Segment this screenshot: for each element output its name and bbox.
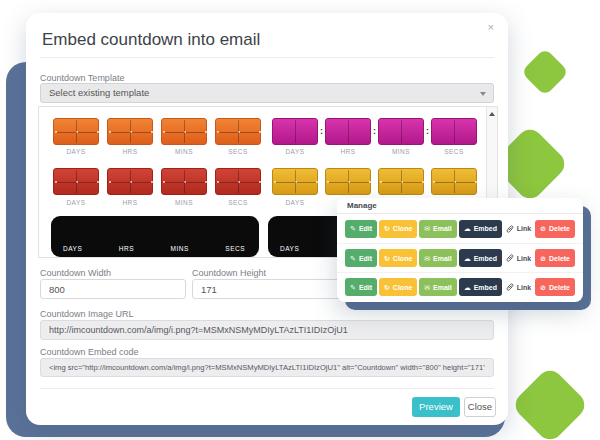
preview-button[interactable]: Preview (412, 397, 460, 417)
header-divider (40, 57, 494, 58)
unit-label: HRS (107, 148, 153, 155)
modal-title: Embed countdown into email (42, 30, 260, 50)
unit-label: SECS (431, 148, 477, 155)
embed-button[interactable]: ☁Embed (459, 249, 502, 267)
envelope-icon: ✉ (424, 284, 430, 291)
decor-diamond (521, 48, 569, 96)
delete-button[interactable]: ⊘Delete (535, 249, 575, 267)
template-card-amber[interactable] (378, 168, 424, 195)
template-select-label: Countdown Template (40, 73, 124, 83)
template-card-magenta[interactable] (325, 118, 371, 145)
link-icon (506, 225, 514, 233)
template-card-amber[interactable] (272, 168, 318, 195)
unit-label: MINS (171, 245, 189, 252)
unit-label: SECS (215, 148, 261, 155)
unit-label: SECS (215, 199, 261, 206)
link-icon (506, 283, 514, 291)
unit-label: MINS (161, 148, 207, 155)
close-icon[interactable]: × (488, 21, 494, 33)
embed-button[interactable]: ☁Embed (459, 278, 502, 296)
unit-label: MINS (378, 148, 424, 155)
template-card-orange[interactable] (53, 118, 99, 145)
edit-button[interactable]: ✎Edit (345, 220, 377, 238)
unit-label: DAYS (63, 245, 82, 252)
clone-button[interactable]: ↻Clone (379, 278, 417, 296)
email-button[interactable]: ✉Email (419, 249, 457, 267)
ban-icon: ⊘ (540, 225, 546, 232)
template-card-orange[interactable] (215, 118, 261, 145)
height-label: Countdown Height (192, 268, 266, 278)
manage-panel-title: Manage (337, 198, 583, 214)
embed-code-label: Countdown Embed code (40, 347, 139, 357)
link-button[interactable]: Link (504, 249, 533, 267)
link-button[interactable]: Link (504, 220, 533, 238)
refresh-icon: ↻ (384, 225, 390, 232)
email-button[interactable]: ✉Email (419, 220, 457, 238)
width-input[interactable] (40, 279, 186, 299)
footer-divider (40, 388, 494, 389)
template-card-red[interactable] (107, 168, 153, 195)
template-card-magenta[interactable] (272, 118, 318, 145)
link-button[interactable]: Link (504, 278, 533, 296)
unit-label: HRS (119, 245, 134, 252)
manage-row: ✎Edit ↻Clone ✉Email ☁Embed Link ⊘Delete (337, 272, 583, 301)
embed-code-input[interactable] (40, 358, 494, 377)
unit-label: MINS (161, 199, 207, 206)
width-label: Countdown Width (40, 268, 111, 278)
template-card-black[interactable]: DAYS HRS MINS SECS (51, 216, 259, 257)
template-card-orange[interactable] (107, 118, 153, 145)
chevron-down-icon (480, 92, 486, 96)
clone-button[interactable]: ↻Clone (379, 220, 417, 238)
template-card-red[interactable] (161, 168, 207, 195)
ban-icon: ⊘ (540, 284, 546, 291)
template-card-orange[interactable] (161, 118, 207, 145)
template-card-red[interactable] (215, 168, 261, 195)
unit-label: DAYS (53, 199, 99, 206)
image-url-input[interactable] (40, 320, 494, 340)
manage-row: ✎Edit ↻Clone ✉Email ☁Embed Link ⊘Delete (337, 243, 583, 272)
manage-row: ✎Edit ↻Clone ✉Email ☁Embed Link ⊘Delete (337, 214, 583, 243)
link-icon (506, 254, 514, 262)
unit-label: DAYS (272, 199, 318, 206)
scroll-up-arrow-icon[interactable] (487, 107, 497, 120)
colon-separator: : (318, 126, 325, 136)
email-button[interactable]: ✉Email (419, 278, 457, 296)
delete-button[interactable]: ⊘Delete (535, 220, 575, 238)
template-select-value: Select existing template (49, 87, 149, 98)
unit-label: HRS (325, 148, 371, 155)
pencil-icon: ✎ (350, 255, 356, 262)
cloud-icon: ☁ (464, 284, 471, 291)
image-url-label: Countdown Image URL (40, 309, 134, 319)
template-card-magenta[interactable] (431, 118, 477, 145)
envelope-icon: ✉ (424, 255, 430, 262)
colon-separator: : (424, 126, 431, 136)
template-card-amber[interactable] (325, 168, 371, 195)
edit-button[interactable]: ✎Edit (345, 249, 377, 267)
manage-panel: Manage ✎Edit ↻Clone ✉Email ☁Embed Link ⊘… (337, 198, 583, 302)
clone-button[interactable]: ↻Clone (379, 249, 417, 267)
refresh-icon: ↻ (384, 284, 390, 291)
edit-button[interactable]: ✎Edit (345, 278, 377, 296)
close-button[interactable]: Close (464, 397, 496, 417)
refresh-icon: ↻ (384, 255, 390, 262)
delete-button[interactable]: ⊘Delete (535, 278, 575, 296)
pencil-icon: ✎ (350, 225, 356, 232)
template-card-red[interactable] (53, 168, 99, 195)
height-input[interactable] (192, 279, 342, 299)
unit-label: DAYS (53, 148, 99, 155)
unit-label: DAYS (280, 245, 299, 252)
unit-label: HRS (107, 199, 153, 206)
unit-label: SECS (225, 245, 245, 252)
template-card-amber[interactable] (431, 168, 477, 195)
unit-label: DAYS (272, 148, 318, 155)
envelope-icon: ✉ (424, 225, 430, 232)
template-card-magenta[interactable] (378, 118, 424, 145)
colon-separator: : (371, 126, 378, 136)
embed-button[interactable]: ☁Embed (459, 220, 502, 238)
pencil-icon: ✎ (350, 284, 356, 291)
cloud-icon: ☁ (464, 255, 471, 262)
page: × Embed countdown into email Countdown T… (0, 0, 600, 440)
cloud-icon: ☁ (464, 225, 471, 232)
decor-diamond (510, 365, 589, 440)
template-select[interactable]: Select existing template (40, 83, 494, 103)
